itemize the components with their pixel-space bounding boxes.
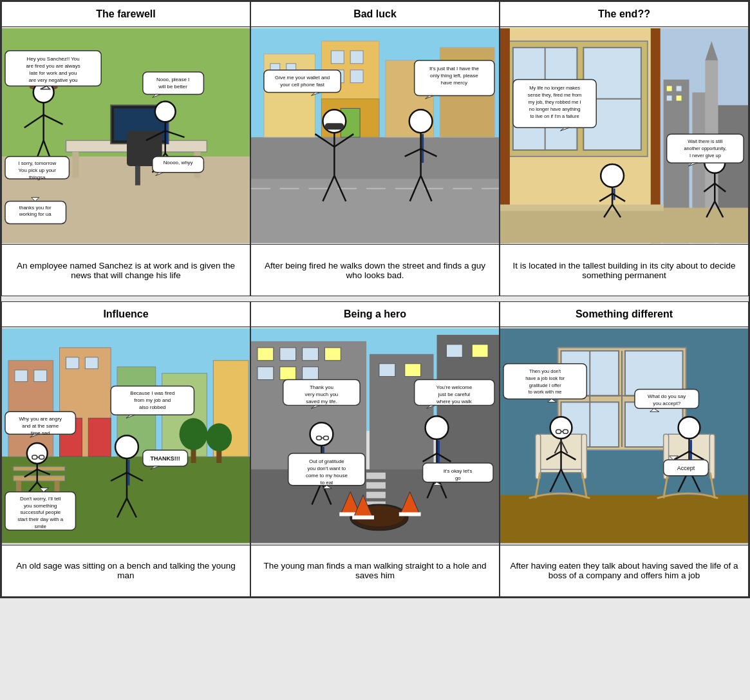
svg-text:come to my house: come to my house	[306, 473, 348, 478]
svg-text:Give me your wallet and: Give me your wallet and	[275, 75, 330, 80]
svg-rect-220	[399, 513, 421, 516]
svg-rect-152	[14, 476, 65, 481]
panel-3: The end??	[500, 1, 749, 296]
svg-text:your cell phone fast: your cell phone fast	[280, 82, 325, 88]
svg-point-231	[426, 417, 449, 440]
svg-text:go: go	[455, 475, 461, 481]
panel-3-title: The end??	[500, 2, 748, 27]
svg-text:smile: smile	[34, 524, 46, 530]
svg-text:thingsa: thingsa	[29, 175, 46, 180]
svg-text:from my job and: from my job and	[134, 398, 171, 404]
svg-text:just be careful: just be careful	[438, 392, 471, 398]
svg-text:It's just that I have the: It's just that I have the	[429, 66, 480, 71]
svg-text:Out of gratitude: Out of gratitude	[309, 459, 344, 464]
svg-text:Because I was fired: Because I was fired	[130, 391, 174, 397]
svg-point-165	[115, 435, 138, 459]
svg-text:Don't worry, I'll tell: Don't worry, I'll tell	[20, 496, 61, 502]
svg-text:are very negative you: are very negative you	[29, 77, 78, 83]
svg-rect-67	[324, 123, 344, 129]
svg-text:Nooo, please I: Nooo, please I	[156, 77, 189, 82]
svg-text:to work with me: to work with me	[529, 390, 562, 395]
panel-5-image: Thank you very much you saved my life. Y…	[251, 327, 499, 544]
svg-rect-144	[15, 370, 28, 382]
svg-rect-203	[379, 364, 395, 377]
svg-rect-145	[34, 370, 47, 382]
svg-text:start their day with a: start their day with a	[17, 517, 64, 523]
svg-text:my job, they robbed me I: my job, they robbed me I	[529, 99, 581, 105]
svg-text:Thank you: Thank you	[310, 385, 333, 391]
svg-point-156	[27, 443, 48, 464]
svg-rect-108	[500, 208, 748, 243]
svg-text:you accept?: you accept?	[653, 401, 680, 407]
svg-rect-146	[66, 357, 79, 369]
panel-4: Influence	[1, 301, 250, 596]
svg-text:thanks you for: thanks you for	[19, 205, 52, 211]
svg-rect-4	[72, 152, 79, 178]
svg-rect-205	[446, 345, 462, 357]
svg-rect-11	[135, 166, 140, 185]
svg-rect-58	[331, 51, 344, 64]
svg-text:Accept: Accept	[677, 465, 695, 471]
svg-text:gratitude I offer: gratitude I offer	[529, 383, 562, 388]
svg-point-110	[601, 164, 624, 187]
panel-5-caption: The young man finds a man walking straig…	[251, 545, 499, 596]
svg-text:successful people: successful people	[20, 510, 61, 516]
panel-2-caption: After being fired he walks down the stre…	[251, 244, 499, 296]
panel-3-image: My life no longer makes sense they, fire…	[500, 27, 748, 244]
svg-rect-199	[324, 348, 341, 361]
svg-text:and at the same: and at the same	[22, 423, 59, 429]
panel-6-title: Something different	[500, 302, 748, 327]
svg-rect-61	[350, 70, 363, 83]
svg-rect-259	[500, 495, 748, 544]
panel-1: The farewell	[1, 1, 250, 296]
panel-1-title: The farewell	[2, 2, 250, 27]
svg-text:working for ua: working for ua	[19, 211, 52, 217]
panel-1-image: Hey you Sanchez!! You are fired you are …	[2, 27, 250, 244]
svg-text:I sorry, tomorrow: I sorry, tomorrow	[18, 160, 56, 166]
panel-6-caption: After having eaten they talk about havin…	[500, 545, 748, 596]
svg-rect-204	[405, 364, 421, 377]
panel-4-image: Why you are angry and at the same time s…	[2, 327, 250, 544]
svg-point-221	[310, 423, 333, 446]
svg-text:I never give up: I never give up	[689, 153, 721, 158]
svg-text:Why you are angry: Why you are angry	[19, 417, 62, 422]
svg-text:very much you: very much you	[305, 392, 339, 398]
svg-point-73	[409, 109, 433, 133]
svg-rect-210	[366, 492, 386, 498]
svg-text:Noooo, whyy: Noooo, whyy	[164, 160, 193, 166]
svg-text:Then you don't: Then you don't	[529, 368, 561, 374]
svg-text:late for work and you: late for work and you	[30, 70, 77, 76]
svg-rect-59	[350, 51, 363, 64]
svg-rect-103	[677, 86, 682, 91]
svg-text:have a job look for: have a job look for	[525, 375, 565, 381]
svg-rect-208	[366, 473, 386, 479]
svg-text:You're welcome: You're welcome	[436, 385, 473, 391]
svg-point-280	[550, 417, 572, 439]
row-spacer	[1, 296, 749, 301]
svg-text:also robbed: also robbed	[139, 405, 165, 411]
svg-rect-109	[500, 205, 664, 211]
svg-rect-277	[709, 434, 715, 479]
svg-text:to live on if I'm a failure: to live on if I'm a failure	[530, 113, 579, 119]
svg-text:it's okay let's: it's okay let's	[444, 468, 473, 474]
panel-6: Something different	[500, 301, 749, 596]
svg-text:My life no longer makes: My life no longer makes	[529, 86, 580, 91]
svg-text:have mercy: have mercy	[441, 80, 467, 86]
svg-text:sense they, fired me from: sense they, fired me from	[528, 92, 582, 98]
svg-point-20	[155, 101, 176, 122]
panel-4-caption: An old sage was sitting on a bench and t…	[2, 545, 250, 596]
svg-point-291	[679, 417, 700, 439]
storyboard: The farewell	[0, 0, 750, 598]
svg-text:THANKS!!!: THANKS!!!	[151, 455, 180, 462]
svg-rect-270	[536, 434, 541, 479]
svg-rect-143	[88, 419, 111, 457]
svg-rect-218	[352, 516, 374, 520]
panel-2: Bad luck	[250, 1, 500, 296]
panel-5: Being a hero	[250, 301, 500, 596]
svg-rect-271	[581, 434, 586, 479]
panel-6-image: Then you don't have a job look for grati…	[500, 327, 748, 544]
svg-text:you something: you something	[24, 503, 57, 509]
svg-text:Hey you Sanchez!! You: Hey you Sanchez!! You	[27, 56, 80, 62]
svg-rect-202	[303, 367, 319, 380]
svg-text:You pick up your: You pick up your	[19, 167, 57, 173]
